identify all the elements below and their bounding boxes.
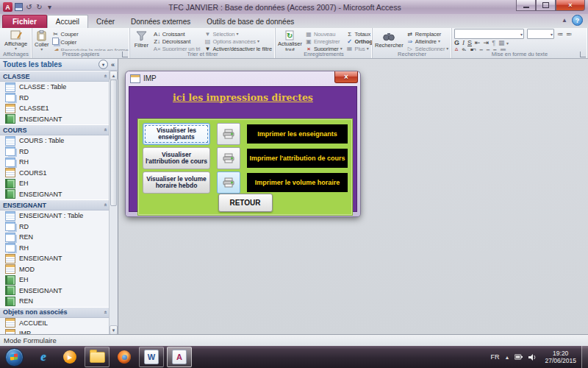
collapse-section-icon[interactable]: «: [101, 128, 108, 131]
show-desktop-button[interactable]: [581, 346, 588, 368]
nav-item[interactable]: ENSEIGNANT: [0, 114, 110, 125]
hidden-icons-arrow[interactable]: ▲: [505, 355, 510, 360]
toggle-filter-button[interactable]: ▼ Activer/désactiver le filtre: [203, 46, 273, 51]
save-icon[interactable]: [15, 3, 23, 11]
minimize-button[interactable]: [516, 0, 536, 11]
section-header-non-associes[interactable]: Objets non associés «: [0, 307, 110, 318]
advanced-options-button[interactable]: ▤ Options avancées ▾: [203, 38, 273, 45]
totals-button[interactable]: Σ Totaux: [345, 31, 372, 38]
undo-icon[interactable]: ↺: [25, 3, 33, 11]
sidebar-scrollbar[interactable]: ▲ ▼: [109, 71, 118, 335]
print-teachers-button[interactable]: [217, 123, 240, 145]
view-weekly-hours-button[interactable]: Visualiser le volume horaire hebdo: [143, 171, 210, 194]
refresh-all-button[interactable]: ↻ Actualiser tout ▾: [278, 29, 302, 51]
help-icon[interactable]: ?: [572, 15, 583, 26]
bold-button[interactable]: G: [454, 39, 459, 46]
collapse-ribbon-icon[interactable]: ▲: [562, 17, 567, 24]
nav-item[interactable]: COURS1: [0, 168, 110, 179]
access-app-icon[interactable]: A: [3, 2, 12, 12]
clock[interactable]: 19:20 27/06/2015: [542, 350, 579, 364]
paragraph-direction-icon[interactable]: ¶: [492, 39, 495, 46]
nav-item[interactable]: REN: [0, 296, 110, 307]
filter-button[interactable]: Filtrer: [132, 29, 151, 51]
new-record-button[interactable]: ▦ Nouveau: [304, 31, 343, 38]
speaker-icon[interactable]: [528, 354, 537, 361]
font-name-combo[interactable]: ▾: [454, 29, 524, 39]
bullets-icon[interactable]: ≔: [557, 31, 563, 38]
nav-item[interactable]: ENSEIGNANT: [0, 189, 110, 200]
shutter-close-icon[interactable]: «: [111, 61, 115, 68]
nav-item[interactable]: EH: [0, 178, 110, 189]
taskbar-media-player-icon[interactable]: ▶: [58, 347, 82, 367]
collapse-section-icon[interactable]: «: [101, 203, 108, 206]
nav-item[interactable]: EH: [0, 275, 110, 286]
nav-item[interactable]: ENSEIGNANT: [0, 286, 110, 297]
tab-outils-bdd[interactable]: Outils de base de données: [198, 15, 302, 28]
cut-button[interactable]: ✂ Couper: [51, 31, 129, 38]
language-indicator[interactable]: FR: [491, 353, 500, 361]
retour-button[interactable]: RETOUR: [218, 194, 273, 212]
taskbar-word-icon[interactable]: W: [139, 347, 164, 367]
scrollbar-thumb[interactable]: [110, 79, 117, 206]
tab-fichier[interactable]: Fichier: [2, 15, 47, 28]
close-button[interactable]: ×: [556, 0, 585, 11]
numbering-icon[interactable]: ≕: [566, 31, 572, 38]
redo-icon[interactable]: ↻: [35, 3, 43, 11]
nav-item[interactable]: RD: [0, 93, 110, 104]
nav-item[interactable]: ENSEIGNANT: [0, 253, 110, 264]
restore-button[interactable]: [536, 0, 556, 11]
nav-item[interactable]: RH: [0, 243, 110, 254]
section-header-enseignant[interactable]: ENSEIGNANT «: [0, 199, 110, 210]
nav-item[interactable]: CLASSE : Table: [0, 82, 110, 93]
copy-button[interactable]: Copier: [51, 38, 129, 46]
section-header-classe[interactable]: CLASSE «: [0, 71, 110, 82]
tab-creer[interactable]: Créer: [88, 15, 123, 28]
sort-desc-button[interactable]: Z↓ Décroissant: [153, 38, 201, 45]
italic-button[interactable]: I: [462, 39, 465, 46]
nav-item[interactable]: RD: [0, 222, 110, 233]
find-button[interactable]: Rechercher: [375, 29, 404, 51]
section-header-cours[interactable]: COURS «: [0, 124, 110, 135]
tab-accueil[interactable]: Accueil: [47, 15, 88, 28]
nav-item[interactable]: ACCUEIL: [0, 318, 110, 329]
nav-item[interactable]: RH: [0, 157, 110, 168]
font-size-combo[interactable]: ▾: [527, 29, 554, 39]
remove-sort-button[interactable]: A× Supprimer un tri: [153, 46, 201, 51]
save-record-button[interactable]: ▣ Enregistrer: [304, 38, 343, 45]
nav-item[interactable]: ENSEIGNANT : Table: [0, 210, 110, 222]
print-weekly-hours-button[interactable]: [217, 171, 240, 194]
sort-asc-button[interactable]: A↓ Croissant: [153, 31, 201, 38]
taskbar-firefox-icon[interactable]: [112, 347, 136, 367]
gridlines-icon[interactable]: ▦ ▾: [498, 39, 509, 46]
collapse-section-icon[interactable]: «: [101, 74, 108, 77]
taskbar-ie-icon[interactable]: e: [32, 347, 55, 367]
decrease-indent-icon[interactable]: ⇤: [475, 39, 481, 46]
collapse-section-icon[interactable]: «: [101, 311, 108, 314]
increase-indent-icon[interactable]: ⇥: [484, 39, 490, 46]
delete-record-button[interactable]: × Supprimer ▾: [304, 46, 343, 51]
qat-dropdown-icon[interactable]: ▾: [46, 3, 54, 11]
selection-button[interactable]: ▼ Sélection ▾: [203, 31, 273, 38]
tab-donnees-externes[interactable]: Données externes: [123, 15, 198, 28]
imp-close-button[interactable]: ×: [334, 71, 358, 83]
taskbar-access-icon[interactable]: A: [167, 347, 192, 367]
spelling-button[interactable]: ✓ Orthographe: [345, 38, 372, 45]
view-teachers-button[interactable]: Visualiser les enseignants: [143, 123, 210, 145]
start-button[interactable]: [5, 348, 24, 367]
nav-item[interactable]: CLASSE1: [0, 103, 110, 114]
imp-title-bar[interactable]: IMP ×: [126, 71, 360, 85]
select-button[interactable]: ▷ Sélectionner ▾: [406, 46, 449, 51]
nav-item[interactable]: REN: [0, 232, 110, 243]
dialog-launcher-icon[interactable]: [122, 52, 128, 57]
goto-button[interactable]: ⇒ Atteindre ▾: [406, 38, 449, 45]
nav-pane-menu-icon[interactable]: ▾: [98, 60, 108, 69]
nav-item[interactable]: COURS : Table: [0, 135, 110, 146]
underline-button[interactable]: S: [467, 39, 472, 46]
paste-button[interactable]: Coller ▾: [35, 29, 49, 51]
replace-button[interactable]: ⇄ Remplacer: [406, 31, 449, 38]
nav-item[interactable]: MOD: [0, 264, 110, 275]
more-button[interactable]: ▦ Plus ▾: [345, 46, 372, 51]
taskbar-explorer-icon[interactable]: [85, 347, 110, 367]
print-course-assignment-button[interactable]: [217, 147, 240, 169]
view-button[interactable]: Affichage ▾: [2, 29, 29, 51]
